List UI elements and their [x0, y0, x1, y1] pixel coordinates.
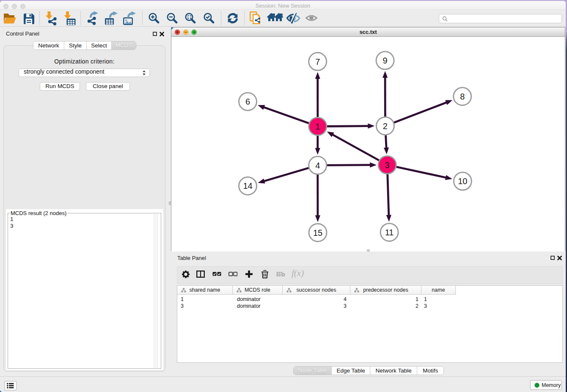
svg-text:1: 1 [315, 122, 320, 131]
svg-text:3: 3 [385, 160, 390, 170]
svg-text:2: 2 [383, 121, 388, 131]
svg-text:4: 4 [315, 161, 320, 170]
svg-text:7: 7 [315, 57, 320, 66]
svg-text:11: 11 [385, 228, 394, 237]
svg-text:14: 14 [243, 181, 252, 190]
svg-text:15: 15 [313, 228, 322, 237]
svg-text:9: 9 [383, 56, 387, 65]
svg-text:10: 10 [458, 177, 467, 186]
svg-text:8: 8 [460, 92, 465, 101]
svg-text:6: 6 [245, 97, 250, 106]
